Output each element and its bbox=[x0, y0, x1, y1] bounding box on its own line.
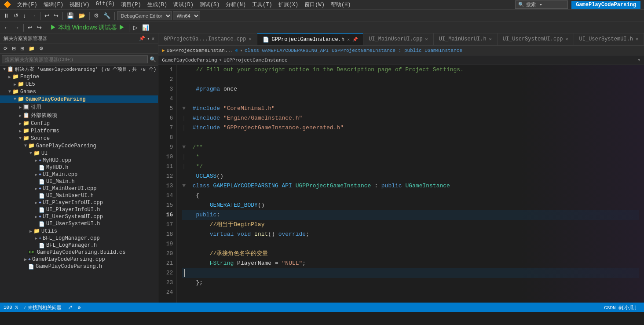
tree-item-main-h[interactable]: 📄 GamePlayCodeParsing.h bbox=[0, 263, 158, 270]
sidebar-collapse-btn[interactable]: ⊟ bbox=[10, 45, 18, 52]
tab-uiusersystem-cpp[interactable]: UI_UserSystemUI.cpp ✕ bbox=[498, 33, 574, 45]
tab-pin-icon[interactable]: 📌 bbox=[352, 37, 358, 42]
toolbar-pause[interactable]: ⏸ bbox=[2, 11, 11, 20]
toolbar-arrow[interactable]: → bbox=[29, 11, 38, 20]
tab-close-icon[interactable]: ✕ bbox=[636, 37, 638, 42]
tab-close-icon[interactable]: ✕ bbox=[249, 37, 251, 42]
menu-extensions[interactable]: 扩展(X) bbox=[276, 0, 301, 9]
tree-item-myhud-h[interactable]: 📄 MyHUD.h bbox=[0, 164, 158, 171]
global-search[interactable]: 🔍 搜索 ▾ bbox=[515, 0, 568, 9]
tree-item-engine[interactable]: ▶ 📁 Engine bbox=[0, 73, 158, 80]
tab-gpproject-cpp[interactable]: GPProjectGa...Instance.cpp ✕ bbox=[158, 33, 257, 45]
menu-git[interactable]: Git(G) bbox=[93, 0, 117, 9]
tree-item-source[interactable]: ▼ 📁 Source bbox=[0, 135, 158, 142]
toolbar-undo[interactable]: ↩ bbox=[43, 11, 51, 20]
tree-item-platforms[interactable]: ▶ 📁 Platforms bbox=[0, 127, 158, 135]
tree-label: GamePlayCodeParsing bbox=[36, 143, 96, 149]
menu-project[interactable]: 项目(P) bbox=[118, 0, 144, 9]
toolbar-perf[interactable]: 📊 bbox=[140, 23, 151, 32]
sidebar-pin-icon[interactable]: 📌 bbox=[139, 36, 145, 41]
tree-item-usersystem-cpp[interactable]: ▶ + UI_UserSystemUI.cpp bbox=[0, 213, 158, 220]
code-line-14: { bbox=[182, 191, 639, 201]
menu-file[interactable]: 文件(F) bbox=[15, 0, 40, 9]
menu-help[interactable]: 帮助(H) bbox=[328, 0, 354, 9]
tree-item-games[interactable]: ▼ 📁 Games bbox=[0, 88, 158, 95]
tree-item-main-cpp[interactable]: ▶ + GamePlayCodeParsing.cpp bbox=[0, 256, 158, 263]
tab-uimainuser-cpp[interactable]: UI_MainUserUI.cpp ✕ bbox=[363, 33, 433, 45]
toolbar-restart[interactable]: ↺ bbox=[12, 11, 20, 20]
tree-item-refs[interactable]: ▶ 🔲 引用 bbox=[0, 103, 158, 111]
git-icon[interactable]: ⎇ bbox=[67, 305, 73, 310]
line-num-14: 14 bbox=[162, 191, 173, 201]
mini-crumb-class[interactable]: UGPProjectGameInstance bbox=[223, 58, 287, 63]
tree-item-uimain-h[interactable]: 📄 UI_Main.h bbox=[0, 178, 158, 185]
tree-item-utils[interactable]: ▶ 📁 Utils bbox=[0, 227, 158, 235]
tree-item-uimainuser-cpp[interactable]: ▶ + UI_MainUserUI.cpp bbox=[0, 185, 158, 192]
menu-edit[interactable]: 编辑(E) bbox=[41, 0, 66, 9]
tree-item-myhud-cpp[interactable]: ▶ + MyHUD.cpp bbox=[0, 157, 158, 164]
tree-item-bfl-cpp[interactable]: ▶ + BFL_LogManager.cpp bbox=[0, 235, 158, 242]
sidebar-search-input[interactable] bbox=[2, 55, 148, 63]
arrow-icon: ▼ bbox=[7, 89, 12, 94]
toolbar-step[interactable]: ↓ bbox=[21, 11, 28, 20]
toolbar-undo2[interactable]: ↩ bbox=[26, 23, 34, 32]
sidebar-search-icon[interactable]: 🔍 bbox=[150, 56, 156, 63]
sidebar-arrow-icon[interactable]: ▾ bbox=[147, 36, 150, 41]
tab-close-icon[interactable]: ✕ bbox=[347, 37, 350, 42]
tab-close-icon[interactable]: ✕ bbox=[566, 37, 568, 42]
menu-window[interactable]: 窗口(W) bbox=[302, 0, 327, 9]
platform-selector[interactable]: Win64 bbox=[173, 11, 200, 20]
toolbar-redo2[interactable]: ↪ bbox=[35, 23, 44, 32]
toolbar-nav-back[interactable]: ← bbox=[2, 23, 11, 32]
arrow-icon: ▶ bbox=[33, 200, 39, 205]
tree-item-playerinfo-cpp[interactable]: ▶ + UI_PlayerInfoUI.cpp bbox=[0, 199, 158, 206]
tab-close-icon[interactable]: ✕ bbox=[489, 37, 492, 42]
tree-item-gameplayparsing2[interactable]: ▼ 📁 GamePlayCodeParsing bbox=[0, 142, 158, 150]
breadcrumb-item-1[interactable]: UGPProjectGameInstan... bbox=[167, 48, 234, 53]
tab-gpproject-h[interactable]: 📄 GPProjectGameInstance.h ✕ 📌 bbox=[257, 33, 364, 45]
sidebar-files-btn[interactable]: 📁 bbox=[27, 45, 37, 52]
tab-uimainuser-h[interactable]: UI_MainUserUI.h ✕ bbox=[434, 33, 498, 45]
toolbar-attach[interactable]: ▷ bbox=[132, 23, 139, 32]
tree-item-solution[interactable]: ▼ 📋 解决方案 'GamePlayCodeParsing' (78 个项目，共… bbox=[0, 66, 158, 73]
config-selector[interactable]: DebugGame Editor bbox=[117, 11, 172, 20]
tools-icon[interactable]: ⚙ bbox=[78, 305, 81, 310]
sidebar-filter-btn[interactable]: ⊞ bbox=[18, 45, 26, 52]
toolbar-settings[interactable]: ⚙ bbox=[92, 11, 101, 20]
toolbar-redo[interactable]: ↪ bbox=[52, 11, 60, 20]
tree-item-playerinfo-h[interactable]: 📄 UI_PlayerInfoUI.h bbox=[0, 206, 158, 213]
toolbar-nav-fwd[interactable]: → bbox=[12, 23, 21, 32]
arrow-icon: ▼ bbox=[18, 136, 23, 141]
tree-item-externaldeps[interactable]: ▶ 📋 外部依赖项 bbox=[0, 111, 158, 120]
tab-uiusersystem-h[interactable]: UI_UserSystemUI.h ✕ bbox=[574, 33, 644, 45]
tree-item-usersystem-h[interactable]: 📄 UI_UserSystemUI.h bbox=[0, 220, 158, 227]
breadcrumb-item-2[interactable]: class GAMEPLAYCODEPARSING_API UGPProject… bbox=[245, 48, 462, 53]
sidebar-settings-btn[interactable]: ⚙ bbox=[37, 45, 45, 52]
sep3 bbox=[89, 12, 90, 20]
tree-item-uimain-cpp[interactable]: ▶ + UI_Main.cpp bbox=[0, 171, 158, 178]
tree-item-config[interactable]: ▶ 📁 Config bbox=[0, 120, 158, 127]
mini-crumb-project[interactable]: GamePlayCodeParsing bbox=[162, 58, 217, 63]
menu-test[interactable]: 测试(S) bbox=[197, 0, 223, 9]
tree-item-gameplayparsing[interactable]: ▼ 📁 GamePlayCodeParsing bbox=[0, 95, 158, 103]
tree-item-bfl-h[interactable]: 📄 BFL_LogManager.h bbox=[0, 242, 158, 249]
menu-tools[interactable]: 工具(T) bbox=[249, 0, 275, 9]
menu-view[interactable]: 视图(V) bbox=[67, 0, 92, 9]
run-debug-button[interactable]: ▶ 本地 Windows 调试器 ▶ bbox=[48, 23, 127, 33]
tree-item-ui-folder[interactable]: ▼ 📁 UI bbox=[0, 150, 158, 157]
tab-close-icon[interactable]: ✕ bbox=[425, 37, 428, 42]
toolbar-open[interactable]: 📂 bbox=[77, 11, 87, 20]
code-text-area[interactable]: // Fill out your copyright notice in the… bbox=[177, 65, 644, 303]
toolbar-save-all[interactable]: 💾 bbox=[65, 11, 76, 20]
sidebar-close-icon[interactable]: ✕ bbox=[152, 36, 155, 41]
menu-analyze[interactable]: 分析(N) bbox=[223, 0, 249, 9]
code-editor[interactable]: 1 2 3 4 5 6 7 8 9 10 11 12 13 14 15 16 1… bbox=[158, 65, 644, 303]
tree-item-ue5[interactable]: ▶ 📁 UE5 bbox=[0, 80, 158, 88]
tree-item-uimainuser-h[interactable]: 📄 UI_MainUserUI.h bbox=[0, 192, 158, 199]
menu-build[interactable]: 生成(B) bbox=[145, 0, 170, 9]
sidebar-sync-btn[interactable]: ⟳ bbox=[2, 45, 9, 52]
tree-item-build-cs[interactable]: C# GamePlayCodeParsing.Build.cs bbox=[0, 249, 158, 256]
menu-debug[interactable]: 调试(D) bbox=[171, 0, 196, 9]
toolbar-build[interactable]: 🔧 bbox=[102, 11, 112, 20]
code-line-4 bbox=[182, 94, 639, 104]
